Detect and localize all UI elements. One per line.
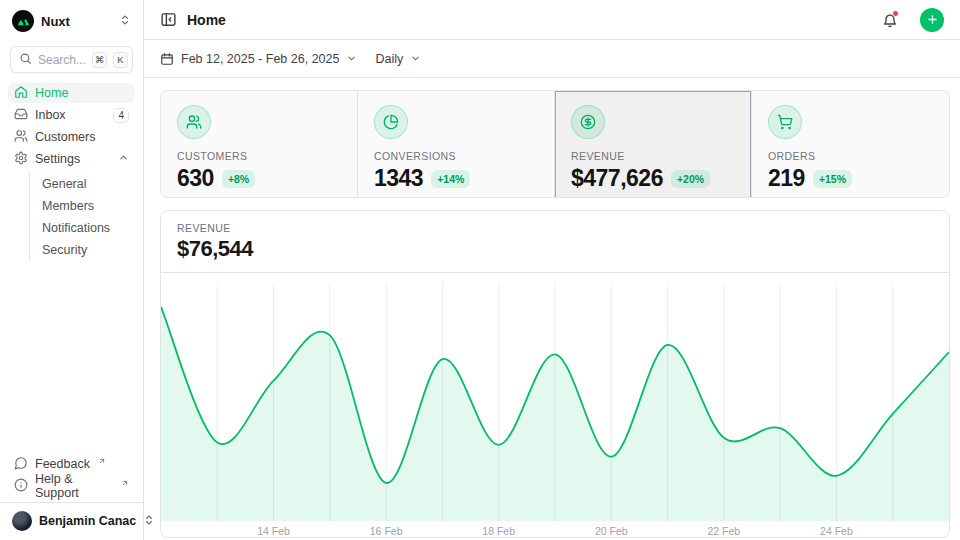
sidebar-nav: Home Inbox 4 Customers Settings [0,83,143,263]
stat-value: 219 [768,165,805,192]
inbox-icon [14,107,28,124]
sidebar-item-security[interactable]: Security [30,239,135,261]
stat-delta-badge: +15% [813,170,852,188]
home-icon [14,85,28,102]
stat-card-orders[interactable]: ORDERS 219 +15% [752,91,949,198]
sidebar-item-label: Help & Support [35,472,113,500]
period-value: Daily [375,52,403,66]
gear-icon [14,151,28,168]
sidebar-item-label: Inbox [35,108,106,122]
shopping-cart-icon [768,105,802,139]
users-icon [14,129,28,146]
svg-text:22 Feb: 22 Feb [708,525,741,537]
inbox-count-badge: 4 [113,108,129,123]
sidebar-item-general[interactable]: General [30,173,135,195]
sidebar-item-feedback[interactable]: Feedback [8,454,135,474]
stat-value: $477,626 [571,165,663,192]
svg-text:16 Feb: 16 Feb [370,525,403,537]
revenue-chart-card: REVENUE $76,544 14 Feb16 Feb18 Feb20 Feb… [160,210,950,538]
app-window: Nuxt Search... ⌘ K Home [0,0,960,540]
sidebar-spacer [0,263,143,454]
period-select[interactable]: Daily [375,52,421,66]
sidebar-item-inbox[interactable]: Inbox 4 [8,105,135,125]
stat-label: REVENUE [571,150,735,162]
svg-text:18 Feb: 18 Feb [482,525,515,537]
filters-toolbar: Feb 12, 2025 - Feb 26, 2025 Daily [144,40,960,78]
sidebar-item-label: Feedback [35,457,90,471]
pie-chart-icon [374,105,408,139]
external-link-icon [98,454,106,468]
dashboard-content: CUSTOMERS 630 +8% CONVERSIONS 1343 +14% [144,78,960,540]
main-area: Home Feb 12, 2025 - Feb 26, 2025 Daily [144,0,960,540]
external-link-icon [121,476,129,490]
stat-card-conversions[interactable]: CONVERSIONS 1343 +14% [358,91,555,198]
stat-card-customers[interactable]: CUSTOMERS 630 +8% [161,91,358,198]
info-circle-icon [14,478,28,495]
users-icon [177,105,211,139]
sidebar-item-label: Customers [35,130,129,144]
avatar [12,511,32,531]
top-header: Home [144,0,960,40]
settings-sub-nav: General Members Notifications Security [29,173,135,261]
sidebar-item-label: Settings [35,152,111,166]
stat-delta-badge: +14% [431,170,470,188]
svg-text:20 Feb: 20 Feb [595,525,628,537]
notifications-bell-icon[interactable] [880,10,900,30]
stat-label: CONVERSIONS [374,150,538,162]
chevron-down-icon [346,53,357,64]
user-name: Benjamin Canac [39,514,136,528]
add-button[interactable] [920,8,944,32]
sidebar-item-help-support[interactable]: Help & Support [8,476,135,496]
chart-plot-area[interactable]: 14 Feb16 Feb18 Feb20 Feb22 Feb24 Feb [161,273,949,538]
chevron-down-icon [410,53,421,64]
stat-value: 1343 [374,165,423,192]
chart-header: REVENUE $76,544 [161,211,949,273]
date-range-picker[interactable]: Feb 12, 2025 - Feb 26, 2025 [160,52,357,66]
stat-value: 630 [177,165,214,192]
sidebar-item-home[interactable]: Home [8,83,135,103]
stat-delta-badge: +20% [671,170,710,188]
chevron-up-icon [118,152,129,166]
revenue-chart-svg: 14 Feb16 Feb18 Feb20 Feb22 Feb24 Feb [161,283,949,538]
kbd-k: K [113,52,128,68]
svg-text:24 Feb: 24 Feb [820,525,853,537]
stat-card-revenue[interactable]: REVENUE $477,626 +20% [555,91,752,198]
sidebar-item-customers[interactable]: Customers [8,127,135,147]
chevrons-up-down-icon [119,12,131,30]
svg-text:14 Feb: 14 Feb [257,525,290,537]
sidebar-collapse-icon[interactable] [160,11,177,28]
sidebar-item-members[interactable]: Members [30,195,135,217]
workspace-name: Nuxt [41,14,112,29]
message-bubble-icon [14,456,28,473]
stat-delta-badge: +8% [222,170,255,188]
sidebar: Nuxt Search... ⌘ K Home [0,0,144,540]
calendar-icon [160,52,174,66]
search-input[interactable]: Search... ⌘ K [10,46,133,73]
workspace-switcher[interactable]: Nuxt [0,0,143,40]
notification-dot [892,10,899,17]
chart-current-value: $76,544 [177,236,933,262]
user-menu[interactable]: Benjamin Canac [0,502,143,540]
nuxt-logo-icon [12,10,34,32]
search-icon [19,51,32,69]
page-title: Home [187,12,870,28]
date-range-value: Feb 12, 2025 - Feb 26, 2025 [181,52,339,66]
stat-label: ORDERS [768,150,933,162]
stat-label: CUSTOMERS [177,150,341,162]
search-placeholder: Search... [38,53,86,67]
sidebar-item-settings[interactable]: Settings [8,149,135,169]
sidebar-footer-nav: Feedback Help & Support [0,454,143,502]
sidebar-item-notifications[interactable]: Notifications [30,217,135,239]
chart-title: REVENUE [177,222,933,234]
kbd-cmd: ⌘ [92,52,107,68]
dollar-circle-icon [571,105,605,139]
stats-grid: CUSTOMERS 630 +8% CONVERSIONS 1343 +14% [160,90,950,198]
sidebar-item-label: Home [35,86,129,100]
